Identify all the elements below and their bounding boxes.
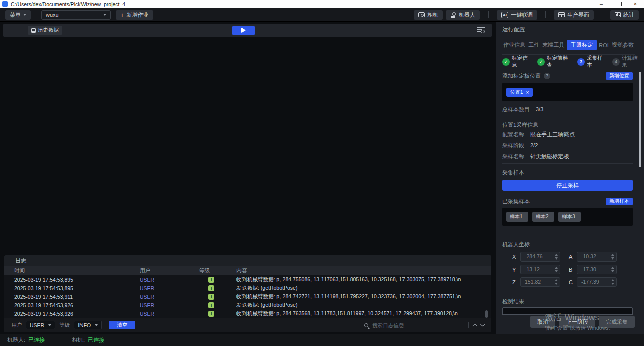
toolbar-separator — [545, 11, 546, 18]
minimize-button[interactable]: – — [593, 0, 610, 8]
coord-row: Z 151.82 C -177.39 — [502, 277, 633, 287]
table-row[interactable]: 2025-03-19 17:54:53,911 USER I 收到机械臂数据: … — [4, 292, 491, 301]
add-position-button[interactable]: 新增位置 — [606, 72, 633, 80]
coord-input-a[interactable]: -10.32 — [577, 252, 617, 262]
camera-button[interactable]: 相机 — [414, 10, 443, 20]
step-connector — [571, 62, 575, 62]
help-icon[interactable]: ? — [544, 73, 550, 79]
coord-input-x[interactable]: -284.76 — [520, 252, 560, 262]
app-icon — [2, 1, 8, 7]
sample-chip[interactable]: 样本2 — [532, 212, 554, 222]
restore-button[interactable] — [610, 0, 627, 8]
table-row[interactable]: 2025-03-19 17:54:53,926 USER I 收到机械臂数据: … — [4, 309, 491, 318]
step-number-icon: 3 — [577, 58, 585, 66]
coord-input-c[interactable]: -177.39 — [577, 277, 617, 287]
step-label: 标定前检查 — [547, 55, 569, 69]
stats-button[interactable]: 统计 — [610, 10, 639, 20]
sample-list: 样本1 样本2 样本3 — [502, 208, 633, 226]
log-search-input[interactable] — [372, 322, 464, 328]
collected-samples-title: 已采集样本 — [502, 198, 530, 205]
one-key-link-button[interactable]: AI 一键联调 — [497, 10, 537, 20]
add-sample-button[interactable]: 新增样本 — [606, 198, 633, 205]
total-samples-row: 总样本数目 3/3 — [502, 106, 633, 113]
robot-button[interactable]: 机器人 — [446, 10, 480, 20]
step-pre-check[interactable]: ✓ 标定前检查 — [537, 55, 569, 69]
table-row[interactable]: 2025-03-19 17:54:53,926 USER I 发送数据: (ge… — [4, 301, 491, 309]
coord-input-y[interactable]: -13.12 — [520, 265, 560, 274]
panel-scrollbar-thumb[interactable] — [639, 72, 641, 167]
log-content: 发送数据: (getRobotPose) — [236, 302, 491, 309]
panel-footer: 取消 上一阶段 完成采集 — [530, 316, 635, 328]
stop-sampling-button[interactable]: 停止采样 — [502, 180, 633, 191]
coord-input-z[interactable]: 151.82 — [520, 277, 560, 287]
log-time: 2025-03-19 17:54:53,911 — [4, 294, 140, 300]
spinner-icons[interactable] — [555, 279, 558, 285]
user-filter-value: USER — [30, 322, 44, 328]
production-view-button[interactable]: 生产界面 — [554, 10, 594, 20]
log-level: I — [199, 285, 236, 291]
tab-roi[interactable]: ROI — [598, 41, 610, 50]
play-button[interactable] — [232, 26, 255, 35]
spinner-icons[interactable] — [611, 279, 614, 285]
search-next-icon[interactable] — [480, 321, 485, 326]
sample-chip[interactable]: 样本3 — [558, 212, 581, 222]
collect-sample-title: 采集样本 — [502, 169, 633, 176]
search-prev-icon[interactable] — [472, 324, 477, 329]
spinner-icons[interactable] — [611, 267, 614, 272]
step-calibration-info[interactable]: ✓ 标定信息 — [502, 55, 529, 69]
log-content: 收到机械臂数据: p,-284.742721,-13.114198,151.79… — [236, 293, 491, 300]
play-icon — [242, 28, 246, 33]
new-job-button[interactable]: + 新增作业 — [116, 10, 153, 20]
tab-end-tool[interactable]: 末端工具 — [541, 40, 566, 50]
clear-log-button[interactable]: 清空 — [109, 321, 135, 329]
position-chip[interactable]: 位置1 × — [506, 88, 533, 97]
tab-job-info[interactable]: 作业信息 — [502, 40, 526, 50]
total-samples-value: 3/3 — [536, 106, 543, 112]
spinner-icons[interactable] — [555, 254, 558, 260]
axis-label-b: B — [569, 267, 577, 273]
spinner-icons[interactable] — [555, 267, 558, 272]
level-filter-select[interactable]: INFO — [74, 321, 102, 329]
chevron-down-icon — [23, 14, 26, 16]
table-row[interactable]: 2025-03-19 17:54:53,895 USER I 发送数据: (ge… — [4, 284, 491, 292]
sample-name-row: 采样名称 针尖触碰标定板 — [502, 151, 633, 161]
finish-collect-button[interactable]: 完成采集 — [599, 316, 635, 328]
prev-stage-button[interactable]: 上一阶段 — [559, 316, 595, 328]
menu-button[interactable]: 菜单 — [5, 10, 31, 20]
coord-value-c: -177.39 — [581, 278, 599, 286]
tab-hand-eye-calibration[interactable]: 手眼标定 — [567, 40, 597, 50]
job-select[interactable]: wuxu — [41, 10, 111, 20]
detect-result-title: 检测结果 — [502, 298, 633, 305]
one-key-link-label: 一键联调 — [511, 11, 533, 19]
step-compute-result[interactable]: 4 计算结果 — [612, 55, 639, 69]
log-rows: 2025-03-19 17:54:53,895 USER I 收到机械臂数据: … — [4, 275, 491, 318]
position-info-title: 位置1采样信息 — [502, 121, 633, 128]
plus-icon: + — [120, 12, 124, 18]
table-row[interactable]: 2025-03-19 17:54:53,895 USER I 收到机械臂数据: … — [4, 275, 491, 284]
coord-input-b[interactable]: -17.30 — [577, 265, 617, 274]
display-settings-icon[interactable] — [477, 27, 485, 33]
tab-workpiece[interactable]: 工件 — [527, 40, 540, 50]
close-icon[interactable]: × — [526, 90, 529, 95]
sample-stage-value: 2/2 — [530, 142, 538, 148]
log-search — [364, 322, 484, 328]
toolbar-separator — [36, 11, 36, 18]
spinner-icons[interactable] — [611, 254, 614, 260]
tab-vision-params[interactable]: 视觉参数 — [611, 40, 635, 50]
cancel-button[interactable]: 取消 — [530, 316, 555, 328]
step-label: 标定信息 — [512, 55, 529, 69]
log-scrollbar-thumb[interactable] — [485, 310, 488, 318]
sample-stage-row: 采样阶段 2/2 — [502, 140, 633, 150]
sample-chip[interactable]: 样本1 — [506, 212, 528, 222]
log-controls: 用户 USER 等级 INFO 清空 — [4, 318, 491, 332]
close-button[interactable]: × — [627, 0, 644, 8]
coord-value-y: -13.12 — [525, 265, 540, 274]
step-collect-samples[interactable]: 3 采集样本 — [577, 55, 604, 69]
info-level-badge: I — [208, 277, 214, 283]
history-icon — [31, 28, 36, 33]
history-data-button[interactable]: 历史数据 — [28, 26, 62, 35]
coord-value-x: -284.76 — [525, 252, 543, 261]
user-filter-select[interactable]: USER — [26, 321, 55, 329]
level-filter-value: INFO — [78, 322, 91, 328]
panel-title: 运行配置 — [502, 26, 525, 33]
